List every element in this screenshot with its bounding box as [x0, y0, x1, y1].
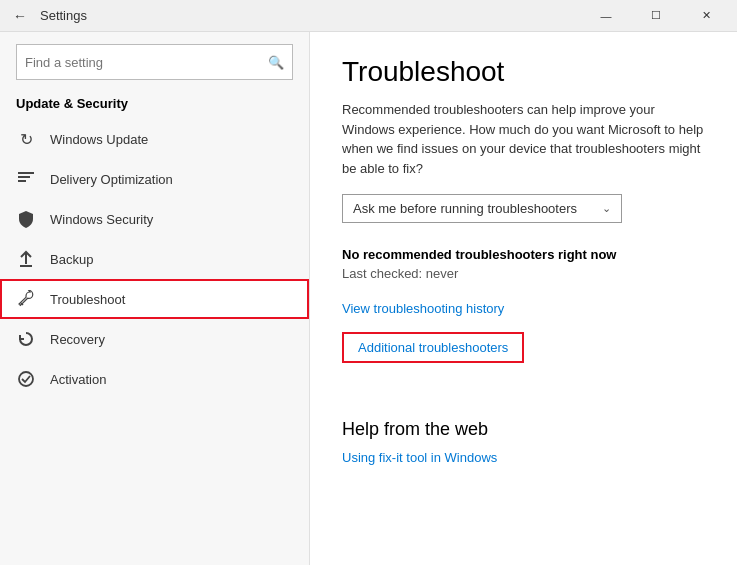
- sidebar-nav: ↻ Windows Update Delivery Optimization: [0, 119, 309, 565]
- delivery-icon: [16, 169, 36, 189]
- minimize-button[interactable]: —: [583, 0, 629, 32]
- wrench-icon: [16, 289, 36, 309]
- nav-label-security: Windows Security: [50, 212, 153, 227]
- nav-label-troubleshoot: Troubleshoot: [50, 292, 125, 307]
- svg-rect-2: [18, 180, 26, 182]
- backup-icon: [16, 249, 36, 269]
- main-layout: 🔍 Update & Security ↻ Windows Update Del…: [0, 32, 737, 565]
- back-icon: ←: [13, 8, 27, 24]
- sidebar-item-recovery[interactable]: Recovery: [0, 319, 309, 359]
- activation-icon: [16, 369, 36, 389]
- svg-rect-0: [18, 172, 34, 174]
- help-section-title: Help from the web: [342, 419, 705, 440]
- web-help-link[interactable]: Using fix-it tool in Windows: [342, 450, 705, 465]
- nav-label-activation: Activation: [50, 372, 106, 387]
- window-controls: — ☐ ✕: [583, 0, 729, 32]
- shield-icon: [16, 209, 36, 229]
- page-description: Recommended troubleshooters can help imp…: [342, 100, 705, 178]
- content-area: Troubleshoot Recommended troubleshooters…: [310, 32, 737, 565]
- troubleshooter-dropdown[interactable]: Ask me before running troubleshooters ⌄: [342, 194, 622, 223]
- sidebar-item-delivery-optimization[interactable]: Delivery Optimization: [0, 159, 309, 199]
- search-bar[interactable]: 🔍: [16, 44, 293, 80]
- window-title: Settings: [40, 8, 87, 23]
- back-button[interactable]: ←: [8, 4, 32, 28]
- sidebar-section-title: Update & Security: [0, 92, 309, 119]
- titlebar: ← Settings — ☐ ✕: [0, 0, 737, 32]
- sidebar-item-windows-security[interactable]: Windows Security: [0, 199, 309, 239]
- dropdown-label: Ask me before running troubleshooters: [353, 201, 577, 216]
- nav-label-windows-update: Windows Update: [50, 132, 148, 147]
- view-history-link[interactable]: View troubleshooting history: [342, 301, 705, 316]
- chevron-down-icon: ⌄: [602, 202, 611, 215]
- sidebar-item-windows-update[interactable]: ↻ Windows Update: [0, 119, 309, 159]
- search-icon: 🔍: [268, 55, 284, 70]
- sidebar-item-backup[interactable]: Backup: [0, 239, 309, 279]
- nav-label-recovery: Recovery: [50, 332, 105, 347]
- sidebar-item-troubleshoot[interactable]: Troubleshoot: [0, 279, 309, 319]
- update-icon: ↻: [16, 129, 36, 149]
- sidebar: 🔍 Update & Security ↻ Windows Update Del…: [0, 32, 310, 565]
- svg-rect-1: [18, 176, 30, 178]
- nav-label-delivery: Delivery Optimization: [50, 172, 173, 187]
- maximize-button[interactable]: ☐: [633, 0, 679, 32]
- recovery-icon: [16, 329, 36, 349]
- nav-label-backup: Backup: [50, 252, 93, 267]
- svg-point-6: [19, 372, 33, 386]
- additional-troubleshooters-button[interactable]: Additional troubleshooters: [342, 332, 524, 363]
- search-input[interactable]: [25, 55, 268, 70]
- close-button[interactable]: ✕: [683, 0, 729, 32]
- last-checked: Last checked: never: [342, 266, 705, 281]
- recommended-title: No recommended troubleshooters right now: [342, 247, 705, 262]
- page-title: Troubleshoot: [342, 56, 705, 88]
- sidebar-item-activation[interactable]: Activation: [0, 359, 309, 399]
